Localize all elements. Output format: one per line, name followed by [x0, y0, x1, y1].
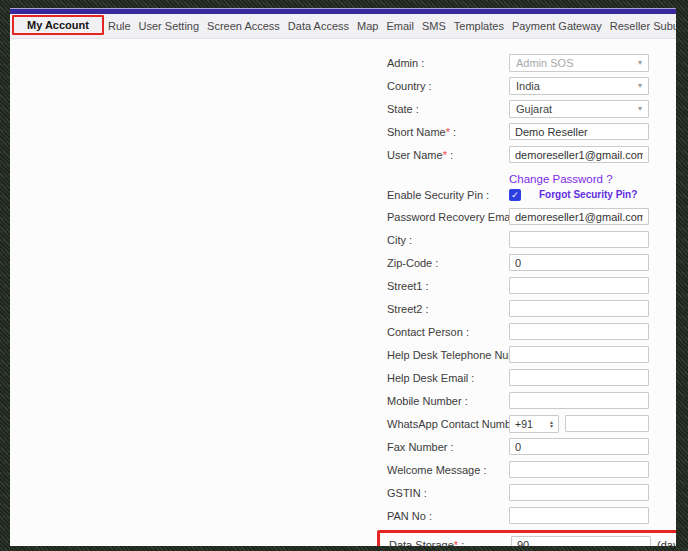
short-name-input[interactable]: [509, 123, 649, 140]
city-row: City :: [378, 231, 676, 248]
street2-input[interactable]: [509, 300, 649, 317]
fax-number-input[interactable]: [509, 438, 649, 455]
zip-code-row: Zip-Code :: [378, 254, 676, 271]
admin-row: Admin : Admin SOS ▾: [378, 54, 676, 71]
help-desk-email-label: Help Desk Email :: [378, 372, 509, 384]
chevron-down-icon: ▾: [638, 81, 642, 90]
gstin-label: GSTIN :: [378, 487, 509, 499]
app-window: My Account Rule User Setting Screen Acce…: [10, 8, 676, 546]
country-select[interactable]: India ▾: [509, 77, 649, 95]
user-name-row: User Name* :: [378, 146, 676, 163]
help-desk-email-input[interactable]: [509, 369, 649, 386]
help-desk-telephone-row: Help Desk Telephone Number :: [378, 346, 676, 363]
fax-number-label: Fax Number :: [378, 441, 509, 453]
whatsapp-row: WhatsApp Contact Number : +91 ▴▾: [378, 415, 676, 432]
zip-code-label: Zip-Code :: [378, 257, 509, 269]
pan-no-input[interactable]: [509, 507, 649, 524]
mobile-number-label: Mobile Number :: [378, 395, 509, 407]
street1-input[interactable]: [509, 277, 649, 294]
help-desk-telephone-input[interactable]: [509, 346, 649, 363]
help-desk-email-row: Help Desk Email :: [378, 369, 676, 386]
enable-security-pin-checkbox[interactable]: ✓: [509, 189, 521, 201]
welcome-message-label: Welcome Message :: [378, 464, 509, 476]
chevron-down-icon: ▾: [638, 58, 642, 67]
screenshot-frame: My Account Rule User Setting Screen Acce…: [0, 0, 688, 551]
fax-number-row: Fax Number :: [378, 438, 676, 455]
zip-code-input[interactable]: [509, 254, 649, 271]
tab-reseller-subuser[interactable]: Reseller Subuser: [606, 18, 676, 34]
mobile-number-input[interactable]: [509, 392, 649, 409]
forgot-security-pin-link[interactable]: Forgot Security Pin?: [539, 189, 637, 200]
data-storage-label: Data Storage* :: [380, 539, 511, 547]
annotation-box-my-account: My Account: [12, 15, 104, 35]
street1-row: Street1 :: [378, 277, 676, 294]
user-name-label: User Name* :: [378, 149, 509, 161]
short-name-row: Short Name* :: [378, 123, 676, 140]
contact-person-label: Contact Person :: [378, 326, 509, 338]
password-recovery-email-label: Password Recovery Email :: [378, 211, 509, 223]
check-icon: ✓: [511, 190, 519, 200]
gstin-row: GSTIN :: [378, 484, 676, 501]
user-name-input[interactable]: [509, 146, 649, 163]
my-account-form: Admin : Admin SOS ▾ Country : India ▾ St…: [378, 54, 676, 546]
contact-person-row: Contact Person :: [378, 323, 676, 340]
state-select[interactable]: Gujarat ▾: [509, 100, 649, 118]
country-row: Country : India ▾: [378, 77, 676, 94]
admin-select[interactable]: Admin SOS ▾: [509, 54, 649, 72]
pan-no-row: PAN No :: [378, 507, 676, 524]
tab-screen-access[interactable]: Screen Access: [203, 18, 284, 34]
tab-email[interactable]: Email: [382, 18, 418, 34]
mobile-number-row: Mobile Number :: [378, 392, 676, 409]
change-password-link[interactable]: Change Password ?: [509, 173, 613, 185]
tab-bar: My Account Rule User Setting Screen Acce…: [10, 14, 676, 39]
street1-label: Street1 :: [378, 280, 509, 292]
chevron-down-icon: ▾: [638, 104, 642, 113]
enable-security-pin-row: Enable Security Pin : ✓ Forgot Security …: [378, 187, 676, 202]
tab-my-account[interactable]: My Account: [23, 17, 93, 33]
change-password-row: Change Password ?: [509, 169, 676, 183]
help-desk-telephone-label: Help Desk Telephone Number :: [378, 349, 509, 361]
annotation-box-data-storage: Data Storage* : (days): [377, 530, 676, 546]
whatsapp-number-input[interactable]: [565, 415, 649, 432]
city-input[interactable]: [509, 231, 649, 248]
gstin-input[interactable]: [509, 484, 649, 501]
enable-security-pin-label: Enable Security Pin :: [378, 189, 509, 201]
tab-map[interactable]: Map: [353, 18, 382, 34]
data-storage-unit: (days): [657, 539, 676, 547]
welcome-message-row: Welcome Message :: [378, 461, 676, 478]
whatsapp-country-code-select[interactable]: +91 ▴▾: [509, 415, 559, 433]
whatsapp-label: WhatsApp Contact Number :: [378, 418, 509, 430]
pan-no-label: PAN No :: [378, 510, 509, 522]
updown-spinner-icon: ▴▾: [550, 420, 553, 428]
state-row: State : Gujarat ▾: [378, 100, 676, 117]
street2-row: Street2 :: [378, 300, 676, 317]
state-label: State :: [378, 103, 509, 115]
tab-payment-gateway[interactable]: Payment Gateway: [508, 18, 606, 34]
data-storage-input[interactable]: [511, 536, 651, 546]
tab-user-setting[interactable]: User Setting: [135, 18, 204, 34]
country-label: Country :: [378, 80, 509, 92]
admin-label: Admin :: [378, 57, 509, 69]
contact-person-input[interactable]: [509, 323, 649, 340]
password-recovery-email-row: Password Recovery Email :: [378, 208, 676, 225]
tab-sms[interactable]: SMS: [418, 18, 450, 34]
city-label: City :: [378, 234, 509, 246]
password-recovery-email-input[interactable]: [509, 208, 649, 225]
tab-rule[interactable]: Rule: [104, 18, 135, 34]
tab-data-access[interactable]: Data Access: [284, 18, 353, 34]
short-name-label: Short Name* :: [378, 126, 509, 138]
tab-templates[interactable]: Templates: [450, 18, 508, 34]
street2-label: Street2 :: [378, 303, 509, 315]
welcome-message-input[interactable]: [509, 461, 649, 478]
